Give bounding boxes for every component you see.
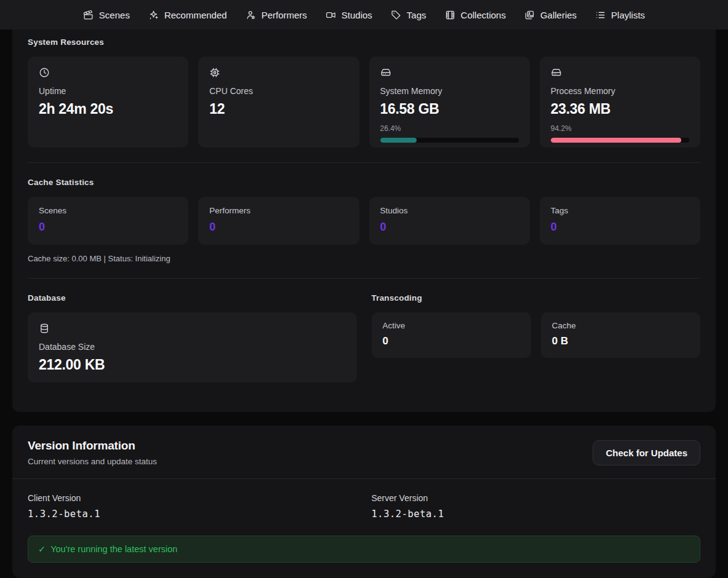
check-icon: ✓	[38, 544, 46, 554]
cpu-cores-value: 12	[209, 101, 348, 117]
nav-item-studios[interactable]: Studios	[326, 10, 372, 20]
film-icon	[445, 10, 455, 20]
cache-scenes-value: 0	[39, 221, 177, 234]
nav-label: Tags	[407, 10, 426, 20]
clapperboard-icon	[83, 10, 94, 20]
process-memory-progress-track	[551, 138, 689, 143]
nav-item-recommended[interactable]: Recommended	[148, 10, 227, 20]
system-memory-value: 16.58 GB	[380, 101, 519, 117]
uptime-label: Uptime	[39, 86, 177, 96]
process-memory-percent: 94.2%	[551, 124, 689, 133]
system-memory-label: System Memory	[380, 86, 519, 96]
images-icon	[524, 10, 535, 20]
process-memory-card: Process Memory 23.36 MB 94.2%	[540, 57, 700, 148]
section-divider	[28, 278, 700, 279]
section-divider	[28, 162, 700, 163]
update-status-message: You're running the latest version	[50, 544, 177, 554]
cache-performers-label: Performers	[209, 206, 348, 215]
cache-tags-label: Tags	[551, 206, 689, 215]
client-version-value: 1.3.2-beta.1	[28, 509, 357, 520]
cache-tags-card: Tags 0	[540, 197, 700, 245]
uptime-card: Uptime 2h 24m 20s	[28, 57, 188, 148]
nav-label: Playlists	[611, 10, 645, 20]
uptime-value: 2h 24m 20s	[39, 101, 177, 117]
nav-label: Studios	[342, 10, 372, 20]
version-columns: Client Version 1.3.2-beta.1 Server Versi…	[28, 493, 700, 520]
nav-label: Scenes	[99, 10, 130, 20]
nav-item-galleries[interactable]: Galleries	[524, 10, 577, 20]
database-title: Database	[28, 293, 357, 303]
database-icon	[39, 323, 346, 334]
version-subtitle: Current versions and update status	[28, 457, 157, 466]
system-memory-percent: 26.4%	[380, 124, 519, 133]
transcoding-active-value: 0	[383, 335, 520, 347]
cpu-cores-label: CPU Cores	[209, 86, 348, 96]
client-version-label: Client Version	[28, 493, 357, 503]
database-transcoding-row: Database Database Size 212.00 KB Transco…	[28, 293, 700, 382]
video-camera-icon	[326, 10, 336, 20]
system-resources-title: System Resources	[28, 38, 700, 47]
cache-scenes-card: Scenes 0	[28, 197, 188, 245]
playlist-icon	[595, 10, 606, 20]
nav-item-playlists[interactable]: Playlists	[595, 10, 645, 20]
nav-label: Galleries	[540, 10, 577, 20]
system-resources-grid: Uptime 2h 24m 20s CPU Cores 12 System Me…	[28, 57, 700, 148]
server-version-label: Server Version	[372, 493, 701, 503]
transcoding-active-label: Active	[383, 321, 520, 330]
transcoding-grid: Active 0 Cache 0 B	[372, 312, 701, 358]
database-section: Database Database Size 212.00 KB	[28, 293, 357, 382]
tag-icon	[391, 10, 401, 20]
nav-label: Collections	[461, 10, 506, 20]
version-title: Version Information	[28, 439, 157, 453]
cpu-cores-card: CPU Cores 12	[198, 57, 359, 148]
nav-item-scenes[interactable]: Scenes	[83, 10, 130, 20]
sparkles-icon	[148, 10, 159, 20]
process-memory-value: 23.36 MB	[551, 101, 689, 117]
nav-item-tags[interactable]: Tags	[391, 10, 426, 20]
server-version-block: Server Version 1.3.2-beta.1	[372, 493, 701, 520]
database-size-card: Database Size 212.00 KB	[28, 312, 357, 382]
cache-tags-value: 0	[551, 221, 689, 234]
process-memory-progress-fill	[551, 138, 681, 143]
transcoding-active-card: Active 0	[372, 312, 531, 358]
drive-icon	[380, 67, 519, 78]
process-memory-label: Process Memory	[551, 86, 689, 96]
version-header: Version Information Current versions and…	[12, 426, 716, 479]
version-information-panel: Version Information Current versions and…	[12, 426, 716, 578]
cpu-icon	[209, 67, 348, 78]
version-header-text: Version Information Current versions and…	[28, 439, 157, 466]
transcoding-cache-card: Cache 0 B	[541, 312, 700, 358]
nav-item-performers[interactable]: Performers	[246, 10, 307, 20]
cache-studios-value: 0	[380, 221, 519, 234]
top-navigation: Scenes Recommended Performers Studios Ta…	[0, 0, 728, 30]
version-body: Client Version 1.3.2-beta.1 Server Versi…	[12, 479, 716, 578]
system-status-panel: System Resources Uptime 2h 24m 20s CPU C…	[12, 30, 716, 412]
client-version-block: Client Version 1.3.2-beta.1	[28, 493, 357, 520]
transcoding-title: Transcoding	[372, 293, 701, 303]
nav-label: Recommended	[164, 10, 227, 20]
system-memory-progress-track	[380, 138, 519, 143]
transcoding-section: Transcoding Active 0 Cache 0 B	[372, 293, 701, 382]
transcoding-cache-value: 0 B	[552, 335, 689, 347]
drive-icon	[551, 67, 689, 78]
server-version-value: 1.3.2-beta.1	[372, 509, 701, 520]
cache-statistics-grid: Scenes 0 Performers 0 Studios 0 Tags 0	[28, 197, 700, 245]
nav-item-collections[interactable]: Collections	[445, 10, 506, 20]
nav-label: Performers	[262, 10, 307, 20]
cache-performers-value: 0	[209, 221, 348, 234]
cache-statistics-title: Cache Statistics	[28, 178, 700, 187]
system-memory-progress-fill	[380, 138, 417, 143]
cache-studios-card: Studios 0	[369, 197, 530, 245]
cache-scenes-label: Scenes	[39, 206, 177, 215]
transcoding-cache-label: Cache	[552, 321, 689, 330]
update-status-banner: ✓ You're running the latest version	[28, 536, 700, 563]
clock-icon	[39, 67, 177, 78]
cache-footer-status: Cache size: 0.00 MB | Status: Initializi…	[28, 254, 700, 263]
database-size-label: Database Size	[39, 342, 346, 352]
check-for-updates-button[interactable]: Check for Updates	[593, 440, 700, 465]
cache-performers-card: Performers 0	[198, 197, 359, 245]
database-size-value: 212.00 KB	[39, 357, 346, 373]
performer-icon	[246, 10, 256, 20]
system-memory-card: System Memory 16.58 GB 26.4%	[369, 57, 530, 148]
cache-studios-label: Studios	[380, 206, 519, 215]
